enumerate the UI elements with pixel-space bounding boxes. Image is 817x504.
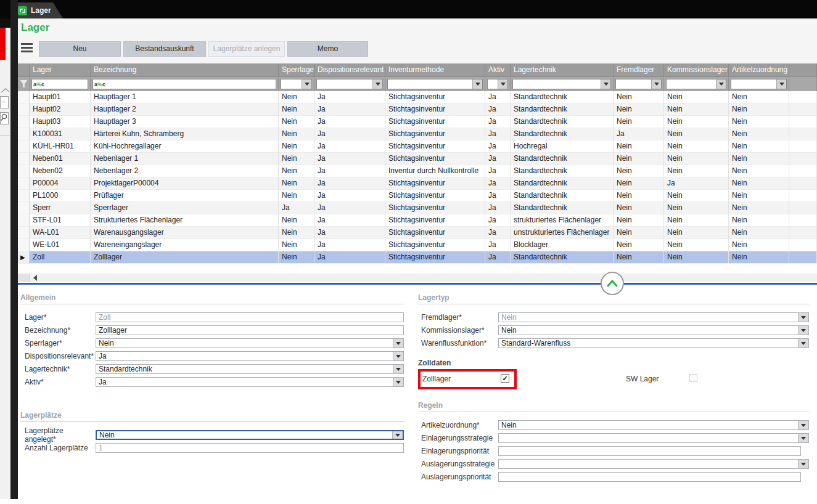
chevron-down-icon[interactable] <box>393 339 403 348</box>
button-memo[interactable]: Memo <box>287 41 368 57</box>
table-cell[interactable]: Nein <box>614 140 664 153</box>
table-cell[interactable]: Ja <box>314 116 385 128</box>
table-cell[interactable]: Ja <box>314 190 385 202</box>
table-cell[interactable]: Ja <box>314 251 385 264</box>
table-row-wa-l01[interactable]: WA-L01WarenausgangslagerNeinJaStichtagsi… <box>18 227 817 239</box>
table-cell[interactable]: Nein <box>279 128 314 140</box>
table-cell[interactable]: PL1000 <box>30 190 91 202</box>
field-lagertechnik[interactable]: Standardtechnik <box>96 364 404 374</box>
scroll-left-icon[interactable] <box>33 275 37 281</box>
table-cell[interactable]: Hochregal <box>511 140 614 153</box>
table-cell[interactable]: Nein <box>729 104 789 116</box>
table-cell[interactable]: Nein <box>664 227 729 239</box>
table-cell[interactable]: Nein <box>614 251 664 264</box>
table-cell[interactable]: Nein <box>614 153 664 165</box>
row-selector[interactable]: ▶ <box>18 251 30 264</box>
row-selector[interactable] <box>18 177 30 190</box>
table-cell[interactable]: Ja <box>485 251 511 264</box>
table-cell[interactable]: Nein <box>614 116 664 128</box>
table-cell[interactable]: Nein <box>729 116 789 128</box>
table-row-stf-l01[interactable]: STF-L01Strukturiertes FlächenlagerNeinJa… <box>18 214 817 227</box>
table-cell[interactable]: Stichtagsinventur <box>385 116 485 128</box>
table-row-kühl-hr01[interactable]: KÜHL-HR01Kühl-HochregallagerNeinJaSticht… <box>18 140 817 153</box>
chevron-down-icon[interactable] <box>392 431 403 439</box>
table-row-neben02[interactable]: Neben02Nebenlager 2NeinJaInventur durch … <box>18 165 817 177</box>
tab-lager[interactable]: Lager <box>14 2 63 18</box>
table-cell[interactable]: Nein <box>279 153 314 165</box>
field-warenflussfunktion[interactable]: Standard-Warenfluss <box>498 338 809 348</box>
table-cell[interactable]: Härterei Kuhn, Schramberg <box>91 128 279 140</box>
filter-select-sperrlager[interactable] <box>281 79 312 89</box>
table-cell[interactable]: Nein <box>664 165 729 177</box>
filter-type-badge[interactable]: a%c <box>94 81 105 87</box>
table-cell[interactable]: Ja <box>485 239 511 251</box>
table-cell[interactable]: Stichtagsinventur <box>385 227 485 239</box>
column-header-lager[interactable]: Lager <box>30 63 91 77</box>
filter-type-badge[interactable]: a%c <box>33 81 44 87</box>
table-cell[interactable]: Ja <box>314 202 385 214</box>
collapse-panel-button[interactable] <box>601 272 624 295</box>
table-cell[interactable]: WE-L01 <box>30 239 91 251</box>
row-selector[interactable] <box>18 153 30 165</box>
table-cell[interactable]: Ja <box>314 104 385 116</box>
table-cell[interactable]: K100031 <box>30 128 91 140</box>
field-auslagerungsstrategie[interactable] <box>498 459 809 469</box>
table-cell[interactable]: Nebenlager 2 <box>91 165 279 177</box>
table-cell[interactable]: Ja <box>485 104 511 116</box>
row-selector[interactable] <box>18 202 30 214</box>
table-cell[interactable]: Ja <box>314 214 385 227</box>
table-cell[interactable]: ProjektlagerP00004 <box>91 177 279 190</box>
table-cell[interactable]: Blocklager <box>511 239 614 251</box>
filter-input-lager[interactable]: a%c <box>31 79 88 89</box>
table-cell[interactable]: Ja <box>485 140 511 153</box>
table-cell[interactable]: Stichtagsinventur <box>385 251 485 264</box>
table-cell[interactable]: Ja <box>485 202 511 214</box>
column-header-fremdlager[interactable]: Fremdlager <box>614 63 664 77</box>
table-cell[interactable]: Neben02 <box>30 165 91 177</box>
row-selector[interactable] <box>18 140 30 153</box>
table-cell[interactable]: Nebenlager 1 <box>91 153 279 165</box>
table-cell[interactable]: Kühl-Hochregallager <box>91 140 279 153</box>
chevron-down-icon[interactable] <box>393 352 403 360</box>
table-cell[interactable]: Nein <box>614 190 664 202</box>
checkbox-zolllager[interactable]: ✓ <box>501 374 509 383</box>
table-cell[interactable]: Nein <box>279 239 314 251</box>
table-cell[interactable]: Nein <box>614 104 664 116</box>
chevron-down-icon[interactable] <box>776 79 786 89</box>
chevron-down-icon[interactable] <box>798 460 808 468</box>
row-selector[interactable] <box>18 128 30 140</box>
table-cell[interactable]: Ja <box>485 214 511 227</box>
table-cell[interactable]: Haupt01 <box>30 91 91 104</box>
table-cell[interactable]: Ja <box>485 165 511 177</box>
table-cell[interactable]: Sperr <box>30 202 91 214</box>
field-dispositionsrelevant[interactable]: Ja <box>96 351 404 361</box>
table-cell[interactable]: Inventur durch Nullkontrolle <box>385 165 485 177</box>
field-sperrlager[interactable]: Nein <box>96 338 404 348</box>
table-cell[interactable]: KÜHL-HR01 <box>30 140 91 153</box>
column-header-bezeichnung[interactable]: Bezeichnung <box>91 63 279 77</box>
table-cell[interactable]: Standardtechnik <box>511 128 614 140</box>
table-cell[interactable]: Nein <box>729 165 789 177</box>
table-cell[interactable]: P00004 <box>30 177 91 190</box>
table-cell[interactable]: Nein <box>614 165 664 177</box>
table-cell[interactable]: Nein <box>664 214 729 227</box>
table-cell[interactable]: Stichtagsinventur <box>385 177 485 190</box>
column-header-dispositionsrelevant[interactable]: Dispositionsrelevant <box>314 63 385 77</box>
table-cell[interactable]: Standardtechnik <box>511 116 614 128</box>
table-cell[interactable]: Ja <box>664 177 729 190</box>
table-cell[interactable]: Nein <box>614 227 664 239</box>
table-cell[interactable]: Standardtechnik <box>511 251 614 264</box>
table-cell[interactable]: Nein <box>614 202 664 214</box>
table-cell[interactable]: Nein <box>279 104 314 116</box>
field-lager[interactable]: Zoll <box>96 312 404 322</box>
table-cell[interactable]: Haupt03 <box>30 116 91 128</box>
field-aktiv[interactable]: Ja <box>96 377 404 387</box>
table-cell[interactable]: Zoll <box>30 251 91 264</box>
column-header-inventurmethode[interactable]: Inventurmethode <box>385 63 485 77</box>
chevron-down-icon[interactable] <box>472 79 482 89</box>
row-selector[interactable] <box>18 165 30 177</box>
table-cell[interactable]: Nein <box>279 251 314 264</box>
table-cell[interactable]: WA-L01 <box>30 227 91 239</box>
table-cell[interactable]: Standardtechnik <box>511 91 614 104</box>
table-cell[interactable]: Prüflager <box>91 190 279 202</box>
